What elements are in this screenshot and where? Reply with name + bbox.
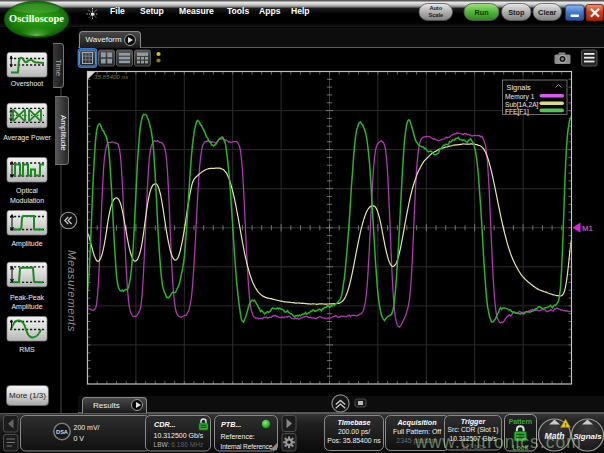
svg-text:Oscilloscope: Oscilloscope (9, 13, 64, 24)
svg-text:Amplitude: Amplitude (11, 303, 42, 311)
svg-text:M1: M1 (582, 224, 593, 233)
svg-text:200 mV/: 200 mV/ (74, 424, 100, 431)
svg-text:Clear: Clear (538, 8, 556, 17)
svg-text:Modulation: Modulation (10, 197, 44, 204)
svg-text:Signals: Signals (507, 83, 532, 92)
svg-text:Stop: Stop (508, 8, 525, 17)
svg-text:Reference:: Reference: (221, 433, 255, 440)
svg-text:Amplitude: Amplitude (11, 240, 42, 248)
svg-text:200.00 ps/: 200.00 ps/ (338, 428, 370, 436)
svg-text:Trigger: Trigger (461, 417, 487, 426)
svg-text:35.85400 ns: 35.85400 ns (94, 73, 128, 80)
svg-text:Peak-Peak: Peak-Peak (10, 294, 45, 301)
svg-text:Average Power: Average Power (3, 134, 51, 142)
svg-text:Internal Reference: Internal Reference (221, 443, 273, 450)
svg-text:PTB...: PTB... (221, 420, 241, 429)
svg-text:Optical: Optical (16, 187, 38, 195)
svg-text:Pattern: Pattern (509, 418, 532, 425)
svg-text:Run: Run (474, 8, 488, 17)
svg-text:www.cntronics.com: www.cntronics.com (414, 432, 582, 452)
svg-text:RMS: RMS (19, 346, 35, 353)
svg-text:Timebase: Timebase (337, 418, 370, 427)
svg-text:10.312500 Gb/s: 10.312500 Gb/s (154, 432, 204, 439)
svg-text:0 V: 0 V (74, 435, 85, 442)
svg-text:Pos: 35.85400 ns: Pos: 35.85400 ns (327, 437, 381, 444)
svg-text:Auto: Auto (429, 5, 442, 11)
svg-text:CDR...: CDR... (154, 420, 176, 429)
svg-text:FFE[F1]: FFE[F1] (505, 108, 529, 116)
svg-text:Scale: Scale (428, 12, 443, 18)
svg-text:DSA: DSA (56, 429, 68, 435)
svg-text:Overshoot: Overshoot (11, 80, 43, 87)
svg-text:Acquisition: Acquisition (396, 418, 437, 427)
svg-text:!: ! (565, 422, 567, 428)
svg-text:LBW: 6.186 MHz: LBW: 6.186 MHz (154, 441, 204, 448)
